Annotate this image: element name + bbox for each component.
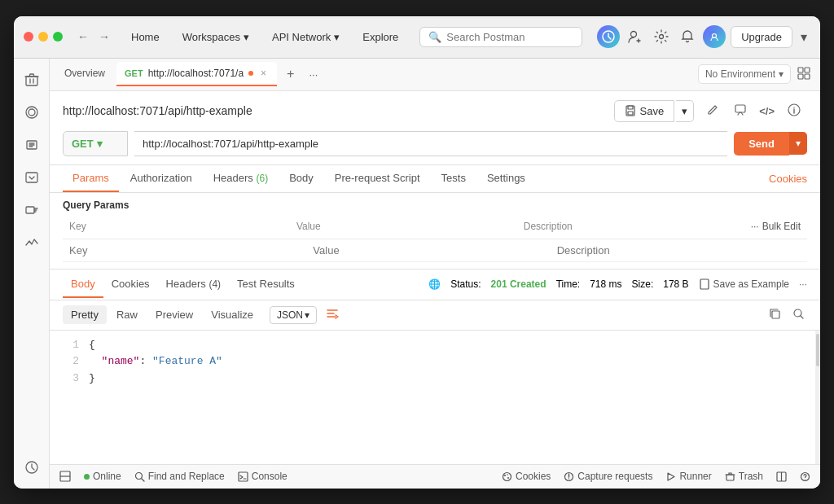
req-tab-headers[interactable]: Headers (6): [204, 165, 278, 192]
copy-icon[interactable]: [766, 305, 784, 325]
comment-icon[interactable]: [728, 100, 753, 122]
headers-label: Headers: [213, 172, 253, 184]
edit-icon[interactable]: [700, 100, 725, 122]
layout-toggle-icon[interactable]: [59, 471, 71, 482]
online-dot: [84, 474, 90, 480]
bulk-edit-button[interactable]: ··· Bulk Edit: [751, 221, 801, 232]
traffic-lights: [24, 32, 63, 42]
info-icon[interactable]: [781, 99, 807, 123]
nav-explore[interactable]: Explore: [354, 26, 406, 48]
json-format-selector[interactable]: JSON ▾: [270, 306, 317, 324]
user-avatar[interactable]: [703, 25, 726, 48]
svg-rect-26: [239, 472, 248, 481]
send-main-button[interactable]: Send: [734, 132, 789, 156]
nav-workspaces[interactable]: Workspaces ▾: [174, 26, 257, 48]
minimize-button[interactable]: [38, 32, 48, 42]
find-replace-button[interactable]: Find and Replace: [134, 471, 225, 482]
scrollbar-thumb[interactable]: [816, 334, 819, 366]
svg-point-3: [709, 31, 721, 43]
request-title: http://localhost:7071/api/http-example: [63, 104, 614, 117]
scrollbar-track[interactable]: [815, 331, 820, 464]
workspaces-label: Workspaces: [182, 31, 240, 43]
save-dropdown-button[interactable]: ▾: [676, 100, 694, 122]
resp-tab-test-results[interactable]: Test Results: [229, 271, 303, 298]
add-user-button[interactable]: [625, 26, 646, 47]
format-chevron-icon: ▾: [305, 309, 309, 321]
tab-more-button[interactable]: ···: [304, 65, 323, 84]
nav-api-network[interactable]: API Network ▾: [264, 26, 348, 48]
notifications-button[interactable]: [677, 26, 698, 47]
close-button[interactable]: [24, 32, 33, 42]
fullscreen-button[interactable]: [53, 32, 63, 42]
sidebar-item-collections[interactable]: [17, 98, 46, 127]
req-tab-tests[interactable]: Tests: [432, 165, 476, 192]
body-tab-pretty[interactable]: Pretty: [63, 305, 107, 324]
req-tab-params[interactable]: Params: [63, 165, 119, 192]
nav-home[interactable]: Home: [123, 26, 168, 48]
runner-button[interactable]: Runner: [665, 471, 711, 482]
settings-button[interactable]: [651, 26, 672, 47]
grid-icon[interactable]: [794, 64, 814, 85]
method-select[interactable]: GET ▾: [63, 131, 128, 156]
resp-tab-body[interactable]: Body: [63, 271, 103, 298]
help-icon[interactable]: [800, 471, 810, 482]
capture-requests-button[interactable]: Capture requests: [564, 471, 652, 482]
value-cell: [306, 239, 550, 261]
body-tab-visualize[interactable]: Visualize: [203, 305, 261, 324]
sidebar-item-monitor[interactable]: [17, 228, 46, 257]
save-group: Save ▾: [614, 100, 695, 122]
expand-icon[interactable]: ▾: [797, 26, 810, 48]
body-tab-preview[interactable]: Preview: [147, 305, 201, 324]
resp-tab-cookies[interactable]: Cookies: [103, 271, 158, 298]
url-input[interactable]: [134, 131, 727, 156]
req-tab-settings[interactable]: Settings: [477, 165, 535, 192]
req-tab-body[interactable]: Body: [279, 165, 323, 192]
tab-active-request[interactable]: GET http://localhost:7071/a ×: [116, 62, 277, 86]
key-input[interactable]: [69, 244, 300, 256]
send-dropdown-button[interactable]: ▾: [789, 132, 807, 155]
table-row: [63, 239, 807, 262]
req-tab-authorization[interactable]: Authorization: [121, 165, 202, 192]
search-input[interactable]: [446, 31, 573, 43]
params-table: Key Value Description ··· Bulk Edit: [63, 217, 807, 262]
req-tab-pre-request[interactable]: Pre-request Script: [325, 165, 430, 192]
svg-rect-14: [798, 74, 803, 79]
back-button[interactable]: ←: [74, 28, 92, 45]
env-selector[interactable]: No Environment ▾: [698, 64, 791, 84]
code-editor[interactable]: 1 { 2 "name": "Feature A" 3 }: [50, 331, 820, 464]
key-cell: [63, 239, 306, 261]
svg-point-29: [507, 477, 509, 479]
format-icon[interactable]: [325, 306, 340, 324]
resp-headers-label: Headers: [166, 278, 206, 290]
trash-button[interactable]: Trash: [725, 471, 763, 482]
sidebar-item-history[interactable]: [17, 453, 46, 482]
layout-split-icon[interactable]: [776, 471, 787, 482]
forward-button[interactable]: →: [95, 28, 113, 45]
upgrade-button[interactable]: Upgrade: [731, 26, 792, 48]
code-icon[interactable]: </>: [753, 101, 781, 121]
tab-close-button[interactable]: ×: [258, 67, 269, 80]
req-tab-cookies[interactable]: Cookies: [769, 166, 807, 191]
sidebar-item-trash[interactable]: [17, 65, 46, 94]
response-more-button[interactable]: ···: [799, 278, 807, 290]
tab-overview[interactable]: Overview: [56, 63, 113, 85]
resp-headers-count: (4): [208, 278, 221, 290]
search-response-icon[interactable]: [790, 305, 807, 325]
value-input[interactable]: [313, 244, 543, 256]
desc-input[interactable]: [557, 244, 788, 256]
resp-tab-headers[interactable]: Headers (4): [158, 271, 229, 298]
console-button[interactable]: Console: [238, 471, 288, 482]
cookies-button[interactable]: Cookies: [502, 471, 551, 482]
env-label: No Environment: [705, 68, 775, 80]
save-example-button[interactable]: Save as Example: [699, 278, 789, 290]
sidebar-item-environments[interactable]: [17, 163, 46, 192]
body-tab-raw[interactable]: Raw: [108, 305, 146, 324]
tab-add-button[interactable]: +: [280, 64, 301, 85]
sidebar-item-api[interactable]: [17, 130, 46, 160]
save-button[interactable]: Save: [614, 100, 675, 122]
bulk-edit-label: Bulk Edit: [762, 221, 801, 232]
search-bar[interactable]: 🔍: [419, 27, 582, 47]
main-layout: Overview GET http://localhost:7071/a × +…: [14, 59, 820, 489]
svg-point-28: [504, 475, 506, 476]
sidebar-item-mock[interactable]: [17, 195, 46, 225]
